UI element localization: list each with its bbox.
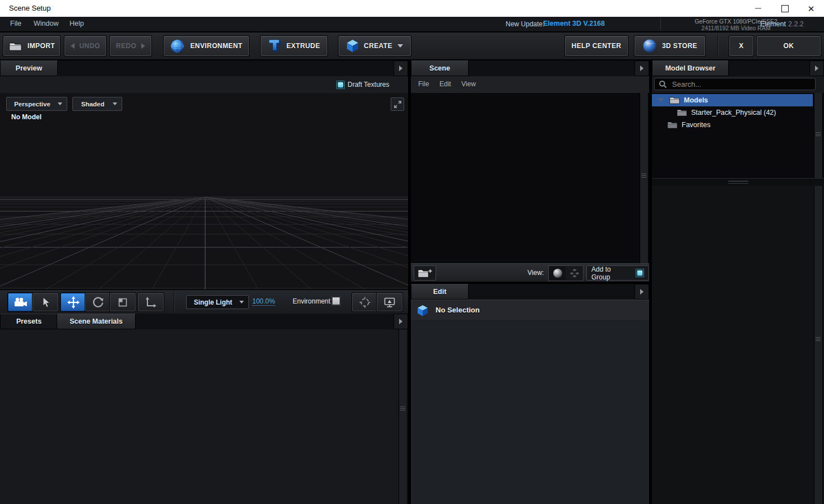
- tab-preview[interactable]: Preview: [0, 60, 58, 76]
- environment-button[interactable]: ENVIRONMENT: [164, 36, 249, 56]
- extrude-label: EXTRUDE: [286, 42, 320, 50]
- rotate-tool-button[interactable]: [85, 293, 111, 311]
- tree-item-models[interactable]: Models: [652, 94, 813, 106]
- camera-tool-button[interactable]: [8, 293, 34, 311]
- view-sphere-button[interactable]: [548, 265, 567, 281]
- ok-button[interactable]: OK: [757, 36, 821, 56]
- tree-item-favorites[interactable]: Favorites: [652, 119, 813, 131]
- model-thumbnails-area[interactable]: [652, 186, 824, 504]
- viewport-toolbar-divider: [174, 291, 174, 313]
- create-button[interactable]: CREATE: [339, 36, 411, 56]
- draft-textures-checkbox[interactable]: [336, 81, 345, 89]
- scene-tree[interactable]: [411, 93, 649, 263]
- fullscreen-button[interactable]: [391, 97, 404, 111]
- main-toolbar: IMPORT UNDO REDO ENVIRONMENT EXTRUDE: [0, 32, 824, 60]
- output-view-button[interactable]: [377, 293, 402, 311]
- materials-tabbar: Presets Scene Materials: [0, 314, 408, 329]
- brand-name: Element: [760, 20, 786, 28]
- chevron-right-icon: [640, 289, 644, 295]
- tab-presets[interactable]: Presets: [0, 314, 58, 329]
- new-group-button[interactable]: [414, 265, 436, 281]
- new-update-link[interactable]: Element 3D V.2168: [543, 20, 605, 27]
- import-button[interactable]: IMPORT: [3, 36, 60, 56]
- model-browser-tabbar: Model Browser: [652, 60, 824, 76]
- move-tool-button[interactable]: [61, 293, 86, 311]
- close-window-button[interactable]: ✕: [798, 0, 824, 17]
- focus-view-button[interactable]: [352, 293, 378, 311]
- create-label: CREATE: [364, 42, 392, 50]
- scene-menu-view[interactable]: View: [461, 80, 476, 88]
- scene-menu-edit[interactable]: Edit: [439, 80, 451, 88]
- scene-bottom-bar: View: Add to Group: [411, 263, 649, 282]
- model-browser-scrollbar[interactable]: [814, 186, 823, 504]
- redo-arrow-icon: [141, 43, 145, 49]
- chevron-right-icon: [640, 66, 644, 71]
- folder-icon: [677, 109, 687, 116]
- tab-scene-label: Scene: [429, 64, 450, 72]
- materials-scrollbar[interactable]: [399, 329, 408, 504]
- menu-file[interactable]: File: [10, 20, 21, 27]
- splitter-handle[interactable]: [728, 181, 748, 184]
- scale-icon: [117, 297, 128, 308]
- scene-menu-file[interactable]: File: [418, 80, 429, 88]
- tab-presets-label: Presets: [16, 318, 41, 325]
- chevron-right-icon: [399, 66, 402, 71]
- tab-scene[interactable]: Scene: [411, 60, 469, 76]
- tree-item-starter-pack[interactable]: Starter_Pack_Physical (42): [652, 106, 813, 119]
- scene-panel-menu-button[interactable]: [635, 60, 649, 76]
- panel-splitter[interactable]: [652, 178, 824, 186]
- scene-scrollbar[interactable]: [640, 93, 649, 263]
- redo-label: REDO: [116, 42, 136, 50]
- search-box[interactable]: [654, 78, 816, 90]
- window-title: Scene Setup: [9, 4, 50, 12]
- view-cubes-button[interactable]: [566, 265, 584, 281]
- scrollbar-thumb[interactable]: [641, 174, 646, 179]
- menu-help[interactable]: Help: [70, 20, 84, 27]
- tab-scene-materials[interactable]: Scene Materials: [57, 314, 136, 329]
- environment-checkbox[interactable]: [332, 297, 340, 305]
- import-label: IMPORT: [27, 42, 55, 50]
- move-icon: [67, 296, 80, 309]
- tab-edit[interactable]: Edit: [411, 284, 469, 300]
- scene-menu-row: File Edit View: [411, 76, 649, 94]
- fullscreen-icon: [394, 101, 401, 108]
- help-center-button[interactable]: HELP CENTER: [565, 36, 628, 56]
- shading-mode-dropdown[interactable]: Shaded: [72, 97, 122, 111]
- light-mode-label: Single Light: [187, 298, 239, 306]
- scrollbar-thumb[interactable]: [816, 132, 821, 137]
- axis-tool-button[interactable]: [138, 293, 164, 311]
- redo-button[interactable]: REDO: [110, 36, 151, 56]
- edit-panel-menu-button[interactable]: [635, 284, 649, 300]
- maximize-button[interactable]: [772, 0, 798, 17]
- chevron-right-icon: [399, 319, 402, 324]
- cancel-button[interactable]: X: [729, 36, 753, 56]
- add-to-group-checkbox[interactable]: [636, 269, 644, 277]
- preview-viewport[interactable]: Perspective Shaded No Model: [0, 93, 408, 290]
- camera-mode-dropdown[interactable]: Perspective: [6, 97, 67, 111]
- select-tool-button[interactable]: [33, 293, 58, 311]
- add-to-group-control[interactable]: Add to Group: [586, 265, 649, 281]
- axis-icon: [145, 296, 157, 309]
- tab-model-browser[interactable]: Model Browser: [652, 60, 729, 76]
- folder-icon: [667, 121, 678, 129]
- preview-panel-menu-button[interactable]: [394, 60, 408, 76]
- dropdown-caret-icon: [113, 102, 117, 105]
- undo-button[interactable]: UNDO: [64, 36, 106, 56]
- store-label: 3D STORE: [662, 42, 697, 50]
- search-input[interactable]: [671, 80, 802, 89]
- extrude-button[interactable]: EXTRUDE: [261, 36, 327, 56]
- scrollbar-thumb[interactable]: [400, 407, 405, 412]
- model-browser-menu-button[interactable]: [809, 60, 824, 76]
- model-tree-scrollbar[interactable]: [814, 93, 823, 178]
- viewport-grid: [0, 93, 408, 290]
- minimize-button[interactable]: [745, 0, 771, 17]
- menu-window[interactable]: Window: [34, 20, 58, 27]
- add-to-group-label: Add to Group: [591, 265, 631, 281]
- materials-panel-menu-button[interactable]: [394, 314, 408, 329]
- store-button[interactable]: 3D STORE: [635, 36, 705, 56]
- zoom-level-value[interactable]: 100.0%: [252, 297, 275, 306]
- scrollbar-thumb[interactable]: [816, 337, 821, 342]
- light-mode-dropdown[interactable]: Single Light: [186, 295, 249, 309]
- search-icon: [659, 80, 667, 88]
- scale-tool-button[interactable]: [110, 293, 136, 311]
